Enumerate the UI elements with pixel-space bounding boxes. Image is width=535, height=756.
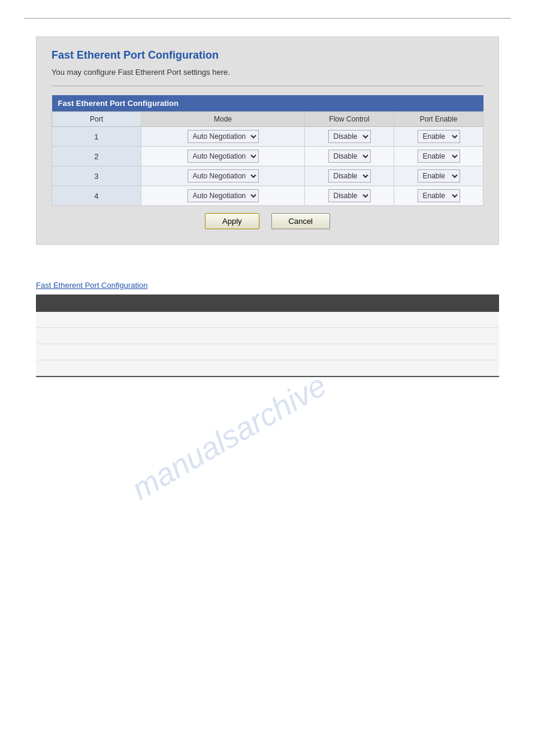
port-cell-3: 3 [52, 166, 141, 186]
second-section: Fast Etherent Port Configuration [36, 281, 499, 377]
table-row: 4Auto Negotiation10M Half10M Full100M Ha… [52, 186, 483, 206]
table-row: 1Auto Negotiation10M Half10M Full100M Ha… [52, 127, 483, 147]
col-header-port: Port [52, 112, 141, 127]
table-cell [268, 312, 500, 328]
flow-control-cell-3[interactable]: DisableEnable [305, 166, 394, 186]
flow-control-cell-4[interactable]: DisableEnable [305, 186, 394, 206]
col-header-port-enable: Port Enable [394, 112, 483, 127]
table-row: 2Auto Negotiation10M Half10M Full100M Ha… [52, 147, 483, 166]
table-cell [268, 360, 500, 377]
table-row: 3Auto Negotiation10M Half10M Full100M Ha… [52, 166, 483, 186]
mode-select-port-1[interactable]: Auto Negotiation10M Half10M Full100M Hal… [188, 130, 259, 143]
flow-control-select-port-1[interactable]: DisableEnable [328, 130, 371, 143]
table-row [36, 360, 499, 377]
config-box: Fast Etherent Port Configuration You may… [36, 37, 499, 245]
port-enable-cell-4[interactable]: EnableDisable [394, 186, 483, 206]
port-enable-cell-2[interactable]: EnableDisable [394, 147, 483, 166]
table-header-cell: Fast Etherent Port Configuration [52, 95, 483, 112]
table-cell [268, 328, 500, 344]
table-cell [36, 360, 268, 377]
table-cell [268, 344, 500, 360]
mode-select-port-3[interactable]: Auto Negotiation10M Half10M Full100M Hal… [188, 169, 259, 183]
mode-cell-4[interactable]: Auto Negotiation10M Half10M Full100M Hal… [141, 186, 304, 206]
port-configuration-table: Fast Etherent Port Configuration Port Mo… [52, 95, 483, 206]
port-cell-2: 2 [52, 147, 141, 166]
cancel-button[interactable]: Cancel [271, 213, 330, 229]
button-row: Apply Cancel [52, 213, 483, 229]
table-cell [36, 312, 268, 328]
mode-cell-1[interactable]: Auto Negotiation10M Half10M Full100M Hal… [141, 127, 304, 147]
mode-cell-3[interactable]: Auto Negotiation10M Half10M Full100M Hal… [141, 166, 304, 186]
table-row [36, 344, 499, 360]
flow-control-cell-2[interactable]: DisableEnable [305, 147, 394, 166]
flow-control-cell-1[interactable]: DisableEnable [305, 127, 394, 147]
port-cell-1: 1 [52, 127, 141, 147]
second-section-link[interactable]: Fast Etherent Port Configuration [36, 281, 499, 290]
config-description: You may configure Fast Etherent Port set… [52, 68, 483, 77]
second-table-header-cell [36, 294, 499, 312]
second-table-header [36, 294, 499, 312]
port-enable-select-port-2[interactable]: EnableDisable [418, 150, 460, 163]
port-enable-select-port-3[interactable]: EnableDisable [418, 169, 460, 183]
port-enable-cell-1[interactable]: EnableDisable [394, 127, 483, 147]
main-content: Fast Etherent Port Configuration You may… [0, 19, 535, 281]
watermark: manualsarchive [125, 367, 332, 507]
col-header-mode: Mode [141, 112, 304, 127]
mode-select-port-4[interactable]: Auto Negotiation10M Half10M Full100M Hal… [188, 189, 259, 202]
table-cell [36, 344, 268, 360]
col-header-flow-control: Flow Control [305, 112, 394, 127]
mode-select-port-2[interactable]: Auto Negotiation10M Half10M Full100M Hal… [188, 150, 259, 163]
table-header-row: Fast Etherent Port Configuration [52, 95, 483, 112]
column-headers-row: Port Mode Flow Control Port Enable [52, 112, 483, 127]
table-cell [36, 328, 268, 344]
port-cell-4: 4 [52, 186, 141, 206]
table-row [36, 328, 499, 344]
table-row [36, 312, 499, 328]
config-title: Fast Etherent Port Configuration [52, 49, 483, 62]
second-table [36, 294, 499, 377]
apply-button[interactable]: Apply [205, 213, 259, 229]
flow-control-select-port-3[interactable]: DisableEnable [328, 169, 371, 183]
port-enable-select-port-1[interactable]: EnableDisable [418, 130, 460, 143]
flow-control-select-port-2[interactable]: DisableEnable [328, 150, 371, 163]
config-divider [52, 86, 483, 86]
flow-control-select-port-4[interactable]: DisableEnable [328, 189, 371, 202]
mode-cell-2[interactable]: Auto Negotiation10M Half10M Full100M Hal… [141, 147, 304, 166]
port-enable-select-port-4[interactable]: EnableDisable [418, 189, 460, 202]
port-enable-cell-3[interactable]: EnableDisable [394, 166, 483, 186]
